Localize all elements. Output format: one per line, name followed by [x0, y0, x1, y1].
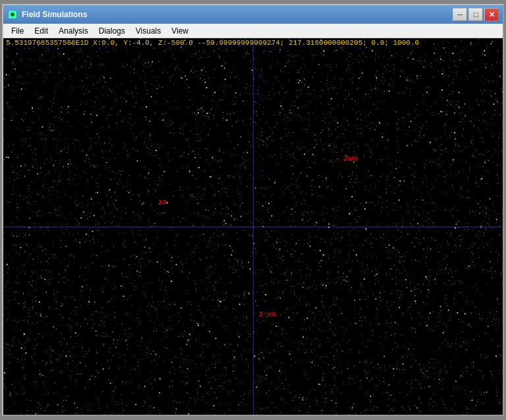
- label-jwo: Jwo: [343, 154, 358, 164]
- menu-view[interactable]: View: [166, 25, 194, 37]
- main-window: Field Simulations ─ □ ✕ File Edit Analys…: [2, 4, 504, 416]
- simulation-viewport[interactable]: 5.53197665357566E1D X:0.0, Y:-4.0, Z:-50…: [3, 38, 503, 415]
- window-controls: ─ □ ✕: [453, 8, 499, 21]
- menu-file[interactable]: File: [6, 25, 29, 37]
- minimize-button[interactable]: ─: [453, 8, 467, 21]
- label-b: 30: [158, 198, 167, 206]
- menu-edit[interactable]: Edit: [29, 25, 53, 37]
- menu-analysis[interactable]: Analysis: [53, 25, 94, 37]
- maximize-button[interactable]: □: [468, 8, 483, 21]
- window-icon: [7, 9, 18, 20]
- menu-dialogs[interactable]: Dialogs: [94, 25, 130, 37]
- close-button[interactable]: ✕: [484, 8, 499, 21]
- title-bar: Field Simulations ─ □ ✕: [3, 5, 503, 24]
- crosshair-vertical: [253, 38, 254, 415]
- window-title: Field Simulations: [22, 10, 453, 19]
- status-bar: 5.53197665357566E1D X:0.0, Y:-4.0, Z:-50…: [3, 38, 503, 47]
- label-z: Z:m5: [259, 311, 276, 318]
- menu-visuals[interactable]: Visuals: [130, 25, 166, 37]
- menu-bar: File Edit Analysis Dialogs Visuals View: [3, 24, 503, 38]
- svg-point-1: [11, 13, 14, 16]
